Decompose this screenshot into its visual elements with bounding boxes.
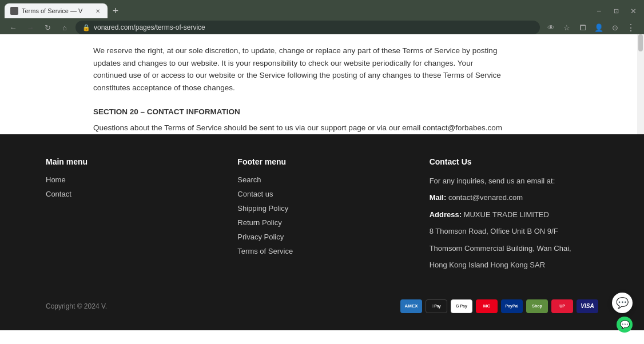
new-tab-button[interactable]: + <box>108 3 124 19</box>
payment-icons: AMEX  Pay G Pay MC PayPal Shop UP VISA <box>400 299 598 313</box>
chat-widget: 💬 💬 <box>612 293 633 333</box>
contact-mail-line: Mail: contact@venared.com <box>430 192 598 203</box>
terms-body-text: We reserve the right, at our sole discre… <box>93 45 505 94</box>
footer: Main menu Home Contact Footer menu Searc… <box>0 134 644 330</box>
extensions-icon[interactable]: ⧠ <box>577 21 589 34</box>
user-account-icon[interactable]: ⊙ <box>609 21 621 34</box>
copyright-text: Copyright © 2024 V. <box>46 302 107 310</box>
window-controls: − ⊡ ✕ <box>593 5 639 17</box>
home-button[interactable]: ⌂ <box>58 21 71 34</box>
nav-icons-right: 👁 ☆ ⧠ 👤 ⊙ ⋮ <box>544 21 637 34</box>
footer-return-link[interactable]: Return Policy <box>237 218 406 227</box>
amex-icon: AMEX <box>400 299 422 313</box>
main-menu-title: Main menu <box>46 157 214 166</box>
shopify-pay-icon: Shop <box>526 299 548 313</box>
main-menu-section: Main menu Home Contact <box>46 157 214 277</box>
footer-contact-us-link[interactable]: Contact us <box>237 190 406 198</box>
mastercard-icon: MC <box>476 299 498 313</box>
footer-contact-link[interactable]: Contact <box>46 190 214 198</box>
url-text: vonared.com/pages/terms-of-service <box>94 23 205 31</box>
footer-menu-section: Footer menu Search Contact us Shipping P… <box>237 157 406 277</box>
reload-button[interactable]: ↻ <box>41 21 54 34</box>
section20: SECTION 20 – CONTACT INFORMATION Questio… <box>93 107 505 134</box>
svg-rect-0 <box>11 8 17 14</box>
visa-icon: VISA <box>577 299 598 313</box>
tab-title: Terms of Service — V <box>22 7 82 14</box>
bookmark-icon[interactable]: ☆ <box>560 21 573 34</box>
minimize-button[interactable]: − <box>593 5 605 17</box>
forward-button[interactable]: → <box>24 21 37 34</box>
footer-terms-link[interactable]: Terms of Service <box>237 247 406 255</box>
contact-section: Contact Us For any inquiries, send us an… <box>430 157 598 277</box>
footer-search-link[interactable]: Search <box>237 175 406 184</box>
tab-close-button[interactable]: ✕ <box>94 7 102 15</box>
google-pay-icon: G Pay <box>451 299 472 313</box>
footer-home-link[interactable]: Home <box>46 175 214 184</box>
contact-address-line: Address: MUXUE TRADE LIMITED <box>430 209 598 221</box>
contact-title: Contact Us <box>430 157 598 166</box>
restore-button[interactable]: ⊡ <box>610 5 622 17</box>
footer-grid: Main menu Home Contact Footer menu Searc… <box>46 157 598 277</box>
apple-pay-icon:  Pay <box>426 299 447 313</box>
address-bar[interactable]: 🔒 vonared.com/pages/terms-of-service <box>75 21 540 34</box>
footer-bottom: Copyright © 2024 V. AMEX  Pay G Pay MC … <box>46 299 598 313</box>
scrollbar[interactable] <box>637 34 644 134</box>
browser-chrome: Terms of Service — V ✕ + − ⊡ ✕ ← → ↻ ⌂ 🔒… <box>0 0 644 34</box>
chat-bubble-button[interactable]: 💬 <box>612 293 633 313</box>
back-button[interactable]: ← <box>7 21 19 34</box>
whatsapp-button[interactable]: 💬 <box>617 317 633 333</box>
profile-icon[interactable]: 👤 <box>593 21 605 34</box>
content-area: We reserve the right, at our sole discre… <box>0 34 644 344</box>
close-button[interactable]: ✕ <box>627 5 639 17</box>
menu-icon[interactable]: ⋮ <box>625 21 637 34</box>
footer-menu-title: Footer menu <box>237 157 406 166</box>
contact-street: 8 Thomson Road, Office Unit B ON 9/F <box>430 226 598 237</box>
section20-title: SECTION 20 – CONTACT INFORMATION <box>93 107 505 116</box>
scrollbar-thumb[interactable] <box>638 34 643 51</box>
page-content: We reserve the right, at our sole discre… <box>0 34 644 344</box>
union-pay-icon: UP <box>551 299 573 313</box>
footer-shipping-link[interactable]: Shipping Policy <box>237 204 406 213</box>
tab-bar: Terms of Service — V ✕ + − ⊡ ✕ <box>0 0 644 18</box>
contact-text: Questions about the Terms of Service sho… <box>93 122 505 134</box>
contact-city: Hong Kong Island Hong Kong SAR <box>430 259 598 271</box>
contact-building: Thomsom Commercial Building, Wan Chai, <box>430 243 598 254</box>
footer-privacy-link[interactable]: Privacy Policy <box>237 233 406 241</box>
tab-favicon <box>10 7 18 15</box>
paypal-icon: PayPal <box>501 299 523 313</box>
contact-inquiry: For any inquiries, send us an email at: <box>430 175 598 187</box>
eyedropper-icon[interactable]: 👁 <box>544 21 557 34</box>
active-tab[interactable]: Terms of Service — V ✕ <box>5 3 108 18</box>
